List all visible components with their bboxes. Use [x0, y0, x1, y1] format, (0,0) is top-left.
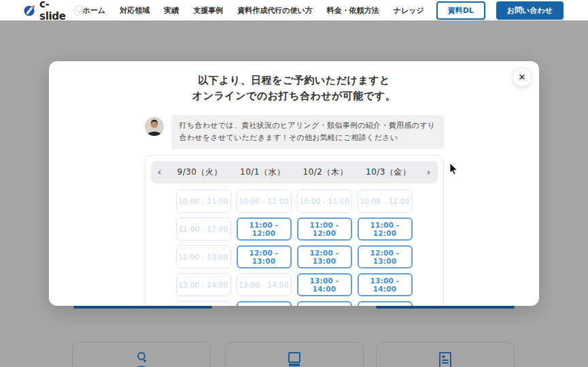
time-slot[interactable]: 11:00 - 12:00 [358, 217, 413, 241]
top-navigation: c-slide ホーム 対応領域 実績 支援事例 資料作成代行の使い方 料金・依… [0, 0, 588, 20]
booking-modal: ✕ 以下より、日程をご予約いただけますと オンラインでのお打ち合わせが可能です。… [49, 61, 539, 306]
time-slot[interactable]: 11:00 - 12:00 [237, 217, 292, 241]
contact-button[interactable]: お問い合わせ [496, 1, 564, 20]
time-slot: 14:00 - 15:00 [176, 301, 231, 306]
date-column-1: 10/1（水） [231, 167, 294, 178]
calendar-widget: ‹ 9/30（火） 10/1（水） 10/2（木） 10/3（金） › 10:0… [145, 155, 444, 306]
logo[interactable]: c-slide [24, 0, 83, 22]
next-week-icon[interactable]: › [420, 161, 438, 184]
time-slot[interactable]: 12:00 - 13:00 [297, 245, 352, 268]
avatar [145, 117, 164, 136]
consultant-message: 打ち合わせでは、貴社状況のヒアリング・類似事例の紹介・費用感のすり合わせをさせて… [145, 115, 444, 149]
time-slot[interactable]: 14:00 - 15:00 [358, 301, 413, 306]
nav-item-pricing[interactable]: 料金・依頼方法 [327, 5, 379, 16]
time-slot: 10:00 - 11:00 [237, 190, 292, 213]
message-text: 打ち合わせでは、貴社状況のヒアリング・類似事例の紹介・費用感のすり合わせをさせて… [171, 115, 444, 149]
chevron-down-icon[interactable] [74, 5, 82, 16]
time-slot-grid: 10:00 - 11:00 10:00 - 11:00 10:00 - 11:0… [151, 190, 438, 306]
nav-item-cases[interactable]: 支援事例 [193, 5, 223, 16]
time-slot[interactable]: 14:00 - 15:00 [297, 301, 352, 306]
download-materials-button[interactable]: 資料DL [436, 1, 485, 20]
time-slot[interactable]: 13:00 - 14:00 [358, 273, 413, 296]
time-slot: 10:00 - 11:00 [297, 190, 352, 213]
logo-text: c-slide [39, 0, 67, 22]
time-slot: 13:00 - 14:00 [176, 273, 231, 296]
nav-item-knowledge[interactable]: ナレッジ [394, 5, 424, 16]
time-slot[interactable]: 12:00 - 13:00 [237, 245, 292, 268]
date-column-3: 10/3（金） [357, 167, 420, 178]
time-slot: 11:00 - 12:00 [176, 217, 231, 241]
time-slot[interactable]: 11:00 - 12:00 [297, 217, 352, 241]
time-slot: 10:00 - 11:00 [358, 190, 413, 213]
modal-title-line2: オンラインでのお打ち合わせが可能です。 [49, 88, 539, 104]
modal-title-line1: 以下より、日程をご予約いただけますと [49, 73, 539, 88]
time-slot[interactable]: 13:00 - 14:00 [297, 273, 352, 296]
nav-item-areas[interactable]: 対応領域 [120, 5, 150, 16]
close-icon[interactable]: ✕ [513, 69, 531, 86]
date-column-2: 10/2（木） [294, 167, 358, 178]
nav-item-results[interactable]: 実績 [164, 5, 179, 16]
prev-week-icon[interactable]: ‹ [151, 161, 169, 184]
time-slot: 10:00 - 11:00 [176, 190, 231, 213]
nav-menu: ホーム 対応領域 実績 支援事例 資料作成代行の使い方 料金・依頼方法 ナレッジ [83, 5, 424, 16]
time-slot: 13:00 - 14:00 [237, 273, 292, 296]
modal-title: 以下より、日程をご予約いただけますと オンラインでのお打ち合わせが可能です。 [49, 73, 539, 105]
nav-item-home[interactable]: ホーム [83, 5, 106, 16]
date-column-0: 9/30（火） [169, 167, 232, 178]
nav-item-howto[interactable]: 資料作成代行の使い方 [237, 5, 313, 16]
calendar-header: ‹ 9/30（火） 10/1（水） 10/2（木） 10/3（金） › [151, 161, 438, 184]
logo-icon [24, 5, 35, 16]
time-slot[interactable]: 12:00 - 13:00 [358, 245, 413, 268]
time-slot[interactable]: 14:00 - 15:00 [237, 301, 292, 306]
time-slot: 12:00 - 13:00 [176, 245, 231, 268]
